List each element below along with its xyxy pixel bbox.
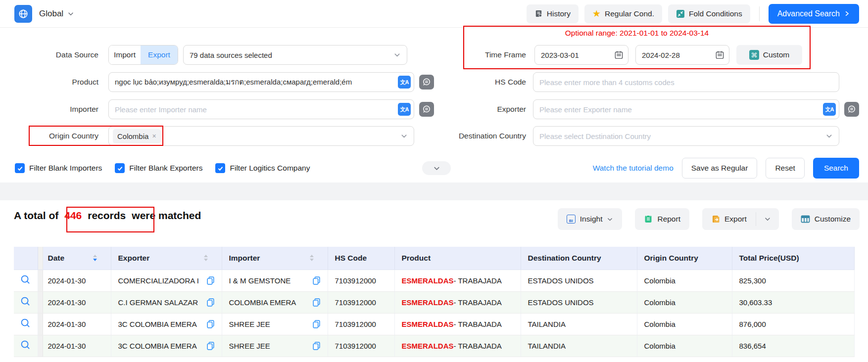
- sort-icons[interactable]: [204, 255, 208, 261]
- history-button[interactable]: History: [527, 4, 579, 23]
- exact-match-icon[interactable]: [844, 102, 859, 117]
- custom-range-button[interactable]: ⌘ Custom: [736, 45, 802, 65]
- copy-icon[interactable]: [312, 298, 321, 307]
- magnifier-icon: [20, 340, 31, 350]
- search-button[interactable]: Search: [813, 158, 859, 179]
- copy-icon[interactable]: [206, 298, 215, 307]
- cell-importer: COLOMBIA EMERA: [222, 291, 328, 313]
- import-toggle[interactable]: Import: [109, 45, 141, 64]
- cell-hs-code: 7103912000: [328, 291, 394, 313]
- save-as-regular-button[interactable]: Save as Regular: [682, 158, 758, 179]
- insight-button[interactable]: BI Insight: [558, 208, 623, 230]
- export-button[interactable]: Export: [702, 208, 756, 230]
- sort-icons[interactable]: [310, 255, 314, 261]
- copy-icon[interactable]: [312, 341, 321, 351]
- copy-icon[interactable]: [312, 319, 321, 329]
- cell-date: 2024-01-30: [43, 291, 111, 313]
- filter-logistics-company-checkbox[interactable]: Filter Logitics Company: [215, 163, 310, 173]
- copy-icon[interactable]: [206, 341, 215, 351]
- exporter-input[interactable]: [539, 100, 833, 119]
- customize-button[interactable]: Customize: [792, 208, 860, 230]
- sort-icons[interactable]: [93, 255, 97, 261]
- cell-total-price: 30,603.33: [732, 291, 854, 313]
- calendar-icon: [715, 50, 724, 60]
- customize-label: Customize: [815, 215, 851, 224]
- exporter-field-wrap: 文A: [533, 99, 839, 119]
- hs-code-field-wrap: [533, 72, 839, 92]
- translate-icon[interactable]: 文A: [398, 103, 411, 116]
- header-exporter[interactable]: Exporter: [111, 247, 222, 270]
- row-detail-button[interactable]: [14, 335, 38, 357]
- checkbox-checked-icon: [215, 163, 225, 173]
- cell-importer: SHREE JEE: [222, 335, 328, 357]
- importer-label: Importer: [0, 105, 98, 114]
- start-date-value: 2023-03-01: [541, 51, 579, 59]
- results-actions: BI Insight Report Export Customize: [558, 208, 860, 230]
- importer-input[interactable]: [115, 100, 408, 119]
- regular-cond-button[interactable]: ★ Regular Cond.: [584, 4, 662, 23]
- export-dropdown-caret[interactable]: [756, 208, 779, 230]
- chevron-down-icon: [400, 133, 408, 140]
- calendar-icon: [614, 50, 624, 60]
- tag-close-icon[interactable]: ×: [152, 132, 156, 140]
- import-export-toggle: Import Export: [108, 45, 178, 65]
- chevron-down-icon: [393, 51, 401, 59]
- cell-hs-code: 7103912000: [328, 270, 394, 291]
- filter-blank-exporters-checkbox[interactable]: Filter Blank Exporters: [115, 163, 202, 173]
- export-toggle[interactable]: Export: [141, 45, 178, 64]
- topbar-actions: History ★ Regular Cond. Fold Conditions …: [527, 4, 859, 24]
- destination-country-select[interactable]: Please select Destination Country: [533, 126, 839, 146]
- data-sources-select[interactable]: 79 data sources selected: [183, 45, 407, 65]
- region-selector[interactable]: Global: [39, 9, 74, 19]
- table-row: 2024-01-30 3C COLOMBIA EMERA SHREE JEE 7…: [14, 313, 854, 335]
- row-detail-button[interactable]: [14, 270, 38, 291]
- reset-button[interactable]: Reset: [766, 158, 805, 179]
- report-label: Report: [657, 215, 680, 224]
- advanced-search-button[interactable]: Advanced Search: [769, 4, 859, 24]
- origin-country-select[interactable]: Colombia ×: [108, 126, 414, 146]
- hs-code-input[interactable]: [539, 73, 833, 91]
- results-summary: A total of 446 records were matched: [14, 210, 201, 222]
- cell-origin: Colombia: [637, 270, 732, 291]
- cell-origin: Colombia: [637, 313, 732, 335]
- copy-icon[interactable]: [312, 276, 321, 285]
- origin-country-row: Origin Country Colombia ×: [0, 126, 414, 146]
- cell-destination: ESTADOS UNIDOS: [521, 291, 637, 313]
- fold-conditions-button[interactable]: Fold Conditions: [668, 4, 750, 23]
- copy-icon[interactable]: [206, 319, 215, 329]
- export-label: Export: [724, 215, 747, 224]
- header-importer[interactable]: Importer: [222, 247, 328, 270]
- header-hs-code: HS Code: [328, 247, 394, 270]
- checkbox-label: Filter Blank Importers: [29, 164, 102, 173]
- start-date-picker[interactable]: 2023-03-01: [534, 45, 628, 65]
- chevron-down-icon: [764, 216, 771, 223]
- tutorial-demo-link[interactable]: Watch the tutorial demo: [593, 164, 674, 173]
- table-header-row: Date Exporter Importer HS Cod: [14, 247, 854, 270]
- expand-conditions-button[interactable]: [422, 161, 451, 175]
- translate-icon[interactable]: 文A: [398, 76, 411, 89]
- insight-label: Insight: [580, 215, 603, 224]
- row-detail-button[interactable]: [14, 313, 38, 335]
- chevron-right-icon: [844, 10, 850, 17]
- end-date-picker[interactable]: 2024-02-28: [635, 45, 729, 65]
- translate-icon[interactable]: 文A: [823, 103, 836, 116]
- cell-origin: Colombia: [637, 335, 732, 357]
- region-label: Global: [39, 9, 63, 19]
- checkbox-checked-icon: [115, 163, 125, 173]
- history-label: History: [547, 9, 571, 18]
- chevron-down-icon: [607, 216, 613, 223]
- row-detail-button[interactable]: [14, 291, 38, 313]
- cell-destination: ESTADOS UNIDOS: [521, 270, 637, 291]
- destination-country-row: Destination Country Please select Destin…: [411, 126, 839, 146]
- results-table: Date Exporter Importer HS Cod: [14, 247, 855, 357]
- filter-blank-importers-checkbox[interactable]: Filter Blank Importers: [15, 163, 102, 173]
- header-date[interactable]: Date: [43, 247, 111, 270]
- chevron-down-icon: [433, 165, 440, 172]
- cell-total-price: 836,654: [732, 335, 854, 357]
- copy-icon[interactable]: [206, 276, 215, 285]
- total-suffix: were matched: [132, 210, 201, 222]
- command-icon: ⌘: [749, 50, 759, 60]
- report-button[interactable]: Report: [635, 208, 689, 230]
- magnifier-icon: [20, 318, 31, 328]
- product-input[interactable]: [115, 73, 408, 91]
